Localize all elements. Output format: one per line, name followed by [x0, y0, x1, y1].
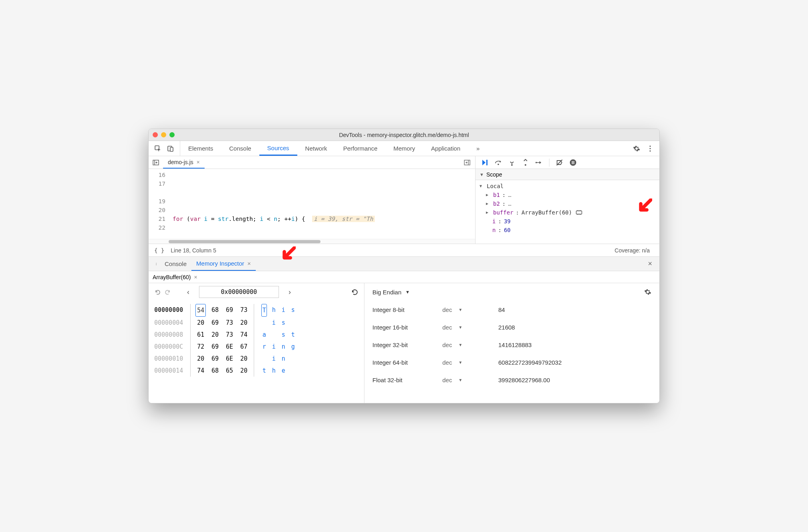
hex-byte[interactable]: 20	[195, 353, 206, 365]
hex-byte[interactable]: 65	[224, 365, 235, 377]
hex-ascii-char[interactable]: t	[261, 365, 267, 377]
pause-on-exceptions-button[interactable]	[569, 159, 577, 166]
refresh-icon[interactable]	[351, 288, 358, 296]
resume-button[interactable]	[481, 159, 488, 166]
tab-elements[interactable]: Elements	[180, 141, 221, 156]
value-format-dropdown[interactable]: dec▼	[442, 324, 498, 331]
step-over-button[interactable]	[495, 159, 502, 166]
hex-ascii-char[interactable]	[290, 353, 296, 365]
hex-ascii-char[interactable]: r	[261, 341, 267, 353]
hex-ascii-char[interactable]	[271, 329, 277, 341]
step-button[interactable]	[535, 159, 543, 166]
hex-byte[interactable]: 69	[224, 304, 235, 317]
hex-ascii-char[interactable]: T	[261, 304, 267, 317]
value-format-dropdown[interactable]: dec▼	[442, 377, 498, 383]
step-into-button[interactable]	[508, 159, 515, 166]
hex-ascii-char[interactable]: s	[290, 304, 296, 317]
drawer-tab-console[interactable]: Console	[160, 257, 191, 271]
hex-ascii-char[interactable]: i	[271, 341, 277, 353]
hex-ascii-char[interactable]: h	[271, 304, 277, 317]
close-drawer-icon[interactable]: ×	[645, 260, 655, 268]
hex-ascii-char[interactable]: i	[271, 353, 277, 365]
hex-ascii-char[interactable]: s	[281, 317, 286, 329]
scope-var-row[interactable]: ▶buffer: ArrayBuffer(60)	[480, 208, 655, 217]
hex-byte[interactable]: 20	[210, 329, 220, 341]
scope-var-row[interactable]: ▶b1: …	[480, 191, 655, 199]
value-format-dropdown[interactable]: dec▼	[442, 306, 498, 313]
hex-ascii-char[interactable]	[261, 317, 267, 329]
tab-more[interactable]: »	[468, 141, 488, 156]
hex-byte[interactable]: 74	[239, 329, 249, 341]
hex-byte[interactable]: 69	[210, 353, 220, 365]
kebab-menu-icon[interactable]	[647, 145, 654, 152]
address-input[interactable]	[199, 286, 279, 298]
tab-network[interactable]: Network	[297, 141, 335, 156]
hex-ascii-char[interactable]: g	[290, 341, 296, 353]
inspect-element-icon[interactable]	[154, 145, 161, 152]
hex-ascii-char[interactable]: h	[271, 365, 277, 377]
hex-ascii-char[interactable]: t	[290, 329, 296, 341]
tab-application[interactable]: Application	[423, 141, 468, 156]
hex-byte[interactable]: 72	[195, 341, 206, 353]
reveal-in-memory-inspector-icon[interactable]	[576, 210, 582, 215]
scope-local-header[interactable]: ▼ Local	[480, 182, 655, 191]
close-file-tab-icon[interactable]: ×	[197, 159, 200, 165]
settings-gear-icon[interactable]	[644, 288, 651, 296]
hex-byte[interactable]: 61	[195, 329, 206, 341]
close-buffer-tab-icon[interactable]: ×	[194, 274, 197, 280]
hex-byte[interactable]: 69	[210, 341, 220, 353]
hex-byte[interactable]: 73	[224, 317, 235, 329]
kebab-menu-icon[interactable]	[153, 260, 160, 268]
hex-ascii-char[interactable]: s	[281, 329, 286, 341]
step-out-button[interactable]	[522, 159, 529, 166]
hex-ascii-char[interactable]: i	[281, 304, 286, 317]
hex-byte[interactable]: 73	[224, 329, 235, 341]
prev-page-icon[interactable]: ‹	[187, 288, 189, 296]
tab-performance[interactable]: Performance	[335, 141, 386, 156]
close-drawer-tab-icon[interactable]: ×	[247, 260, 251, 267]
hex-byte[interactable]: 54	[195, 304, 206, 317]
tab-sources[interactable]: Sources	[259, 141, 297, 156]
value-format-dropdown[interactable]: dec▼	[442, 359, 498, 366]
hex-ascii-char[interactable]: e	[281, 365, 286, 377]
scope-var-row[interactable]: ▶b2: …	[480, 199, 655, 208]
buffer-tab[interactable]: ArrayBuffer(60) ×	[153, 274, 197, 280]
hex-ascii-char[interactable]	[290, 317, 296, 329]
endian-dropdown[interactable]: Big Endian ▼	[372, 289, 410, 296]
hex-byte[interactable]: 73	[239, 304, 249, 317]
hex-ascii-char[interactable]	[261, 353, 267, 365]
hex-byte[interactable]: 69	[210, 317, 220, 329]
hex-byte[interactable]: 20	[239, 365, 249, 377]
hex-byte[interactable]: 6E	[224, 353, 235, 365]
drawer-tab-memory-inspector[interactable]: Memory Inspector×	[191, 257, 256, 271]
redo-icon[interactable]	[165, 289, 171, 295]
more-file-options-icon[interactable]	[459, 160, 475, 165]
hex-byte[interactable]: 20	[195, 317, 206, 329]
hex-byte[interactable]: 20	[239, 317, 249, 329]
hex-byte[interactable]: 68	[210, 365, 220, 377]
tab-memory[interactable]: Memory	[386, 141, 423, 156]
show-navigator-icon[interactable]	[149, 160, 163, 165]
file-tab-demo-js[interactable]: demo-js.js ×	[163, 156, 205, 169]
hex-ascii-char[interactable]: i	[271, 317, 277, 329]
hex-ascii-char[interactable]: n	[281, 341, 286, 353]
hex-body[interactable]: 0000000054686973This0000000420697320 is …	[149, 301, 364, 403]
undo-icon[interactable]	[154, 289, 161, 295]
pretty-print-icon[interactable]: { }	[154, 247, 164, 254]
tab-console[interactable]: Console	[221, 141, 259, 156]
settings-gear-icon[interactable]	[633, 145, 640, 152]
hex-byte[interactable]: 68	[210, 304, 220, 317]
deactivate-breakpoints-button[interactable]	[556, 159, 563, 166]
hex-byte[interactable]: 74	[195, 365, 206, 377]
next-page-icon[interactable]: ›	[289, 288, 291, 296]
hex-ascii-char[interactable]: n	[281, 353, 286, 365]
value-format-dropdown[interactable]: dec▼	[442, 341, 498, 348]
hex-byte[interactable]: 20	[239, 353, 249, 365]
hex-ascii-char[interactable]: a	[261, 329, 267, 341]
hex-byte[interactable]: 67	[239, 341, 249, 353]
hex-byte[interactable]: 6E	[224, 341, 235, 353]
hex-ascii-char[interactable]	[290, 365, 296, 377]
code-editor[interactable]: 16 17 18 19 20 21 22 for (var i = str.le…	[149, 169, 475, 239]
device-toolbar-icon[interactable]	[167, 145, 174, 152]
horizontal-scrollbar[interactable]	[149, 239, 475, 244]
